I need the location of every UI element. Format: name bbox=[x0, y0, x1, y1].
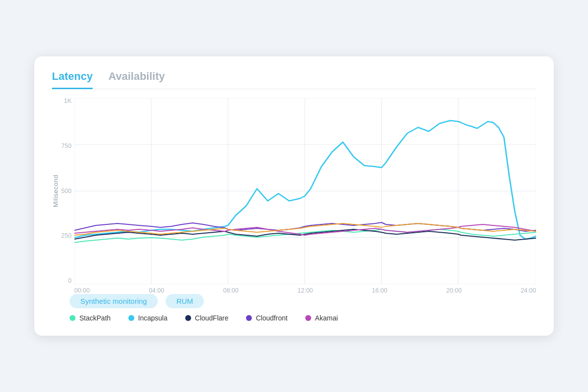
tabs-container: Latency Availability bbox=[52, 70, 536, 89]
legend-dot-cloudflare bbox=[185, 315, 191, 321]
legend-label-cloudfront: Cloudfront bbox=[256, 314, 288, 322]
chart-area: Milisecond 1K 750 500 250 0 bbox=[52, 98, 536, 284]
x-tick-0800: 08:00 bbox=[223, 287, 238, 294]
x-tick-0000: 00:00 bbox=[74, 287, 90, 294]
legend-dot-akamai bbox=[305, 315, 311, 321]
x-tick-1600: 16:00 bbox=[372, 287, 387, 294]
tab-latency[interactable]: Latency bbox=[52, 70, 93, 89]
x-tick-1200: 12:00 bbox=[297, 287, 313, 294]
chart-svg bbox=[74, 98, 536, 284]
y-axis-label: Milisecond bbox=[52, 98, 59, 284]
x-ticks: 00:00 04:00 08:00 12:00 16:00 20:00 24:0… bbox=[74, 287, 536, 294]
legend-dot-stackpath bbox=[70, 315, 75, 321]
y-tick-750: 750 bbox=[61, 143, 72, 149]
legend-item-cloudfront: Cloudfront bbox=[246, 314, 288, 322]
legend-item-incapsula: Incapsula bbox=[128, 314, 168, 322]
x-tick-2000: 20:00 bbox=[446, 287, 462, 294]
line-incapsula bbox=[74, 121, 536, 239]
btn-rum[interactable]: RUM bbox=[166, 294, 204, 308]
legend-dot-cloudfront bbox=[246, 315, 252, 321]
legend-item-akamai: Akamai bbox=[305, 314, 338, 322]
chart-inner: 00:00 04:00 08:00 12:00 16:00 20:00 24:0… bbox=[74, 98, 536, 284]
legend-item-stackpath: StackPath bbox=[70, 314, 111, 322]
legend-area: Synthetic monitoring RUM StackPath Incap… bbox=[52, 294, 536, 322]
legend-buttons: Synthetic monitoring RUM bbox=[70, 294, 536, 308]
y-ticks: 1K 750 500 250 0 bbox=[61, 98, 74, 284]
main-card: Latency Availability Milisecond 1K 750 5… bbox=[34, 56, 554, 336]
y-tick-1k: 1K bbox=[64, 98, 72, 104]
legend-label-incapsula: Incapsula bbox=[138, 314, 168, 322]
legend-items: StackPath Incapsula CloudFlare Cloudfron… bbox=[70, 314, 536, 322]
y-tick-0: 0 bbox=[68, 278, 72, 284]
x-tick-0400: 04:00 bbox=[149, 287, 164, 294]
legend-label-cloudflare: CloudFlare bbox=[195, 314, 228, 322]
btn-synthetic-monitoring[interactable]: Synthetic monitoring bbox=[70, 294, 158, 308]
y-tick-500: 500 bbox=[61, 188, 72, 195]
y-tick-250: 250 bbox=[61, 233, 72, 239]
legend-label-stackpath: StackPath bbox=[79, 314, 111, 322]
x-tick-2400: 24:00 bbox=[521, 287, 536, 294]
legend-label-akamai: Akamai bbox=[315, 314, 338, 322]
legend-dot-incapsula bbox=[128, 315, 134, 321]
legend-item-cloudflare: CloudFlare bbox=[185, 314, 228, 322]
tab-availability[interactable]: Availability bbox=[108, 70, 165, 89]
